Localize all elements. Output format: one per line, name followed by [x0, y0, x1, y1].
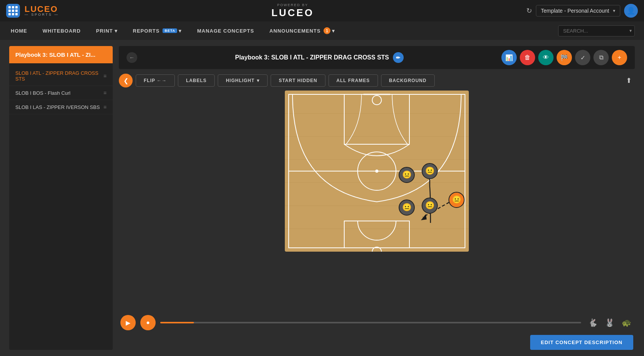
svg-text:😐: 😐: [402, 170, 412, 179]
top-bar: LUCEO — SPORTS — POWERED BY LUCEO ↻ Temp…: [0, 0, 644, 21]
concept-list: SLOB I ATL - ZIPPER DRAG CROSS STS ≡ SLO…: [9, 63, 113, 117]
copy-button[interactable]: ⧉: [593, 50, 609, 65]
svg-text:😐: 😐: [425, 201, 435, 210]
nav-manage-concepts[interactable]: MANAGE CONCEPTS: [196, 28, 256, 34]
eye-icon: 👁: [543, 54, 549, 61]
checkmark-icon: ✓: [580, 54, 585, 61]
prev-frame-button[interactable]: ❮: [119, 74, 133, 87]
edit-name-button[interactable]: ✏: [393, 52, 404, 63]
concept-item-label: SLOB I BOS - Flash Curl: [15, 90, 104, 96]
nav-home[interactable]: HOME: [9, 28, 29, 34]
chart-icon: 📊: [505, 54, 513, 61]
svg-text:😐: 😐: [452, 195, 462, 204]
progress-bar[interactable]: [160, 322, 581, 323]
right-area: ← Playbook 3: SLOB I ATL - ZIPPER DRAG C…: [119, 46, 635, 350]
speed-fast-icon[interactable]: 🐇: [586, 316, 600, 330]
reports-chevron-icon: ▾: [179, 28, 182, 34]
concept-item-label: SLOB I ATL - ZIPPER DRAG CROSS STS: [15, 70, 104, 82]
court-section: ❮ FLIP ←→ LABELS HIGHLIGHT ▾ START HIDDE…: [119, 74, 635, 330]
notif-badge: 1: [324, 27, 330, 34]
logo-text: LUCEO: [25, 5, 59, 13]
print-chevron-icon: ▾: [115, 28, 118, 34]
court-toolbar: ❮ FLIP ←→ LABELS HIGHLIGHT ▾ START HIDDE…: [119, 74, 635, 87]
copy-icon: ⧉: [599, 54, 603, 61]
highlight-label: HIGHLIGHT: [226, 78, 255, 83]
account-label: Template - Personal Account: [541, 8, 609, 14]
back-button[interactable]: ←: [127, 52, 137, 63]
speed-medium-icon[interactable]: 🐰: [603, 316, 616, 330]
playbook-title-bar[interactable]: Playbook 3: SLOB I ATL - ZI...: [9, 46, 113, 63]
pencil-icon: ✏: [396, 55, 400, 61]
court-svg: 😐 😐 😐 😐 😐: [285, 91, 469, 252]
step-button[interactable]: ●: [140, 315, 156, 330]
center-logo: POWERED BY LUCEO: [271, 3, 314, 19]
court-wrapper: 😐 😐 😐 😐 😐: [119, 91, 635, 312]
concept-item[interactable]: SLOB I ATL - ZIPPER DRAG CROSS STS ≡: [9, 66, 113, 86]
svg-point-10: [375, 170, 378, 173]
hamburger-icon[interactable]: ≡: [104, 73, 107, 79]
account-selector[interactable]: Template - Personal Account ▾: [536, 5, 620, 16]
background-button[interactable]: BACKGROUND: [381, 74, 435, 87]
svg-text:😐: 😐: [402, 203, 412, 212]
concept-item[interactable]: SLOB I BOS - Flash Curl ≡: [9, 86, 113, 100]
speed-slow-icon[interactable]: 🐢: [619, 316, 633, 330]
labels-button[interactable]: LABELS: [178, 74, 215, 87]
logo-sub: — SPORTS —: [25, 13, 59, 16]
step-icon: ●: [146, 319, 150, 326]
add-button[interactable]: +: [612, 50, 627, 65]
search-input[interactable]: [558, 25, 635, 36]
flag-icon: 🏁: [560, 54, 568, 61]
flip-button[interactable]: FLIP ←→: [136, 74, 175, 87]
header-actions: 📊 🗑 👁 🏁 ✓ ⧉ +: [501, 50, 627, 65]
chevron-down-icon: ▾: [613, 8, 615, 13]
highlight-button[interactable]: HIGHLIGHT ▾: [218, 74, 268, 87]
bottom-bar: EDIT CONCEPT DESCRIPTION: [119, 335, 635, 350]
beta-badge: BETA: [163, 28, 177, 33]
hamburger-icon[interactable]: ≡: [104, 104, 107, 110]
prev-icon: ❮: [123, 77, 128, 84]
upload-icon: ⬆: [626, 77, 632, 84]
svg-text:😐: 😐: [425, 166, 435, 175]
upload-button[interactable]: ⬆: [623, 74, 635, 87]
plus-icon: +: [618, 54, 621, 61]
nav-whiteboard[interactable]: WHITEBOARD: [41, 28, 82, 34]
nav-search: ▾: [558, 25, 635, 36]
play-button[interactable]: ▶: [120, 315, 136, 330]
edit-concept-description-button[interactable]: EDIT CONCEPT DESCRIPTION: [530, 335, 633, 350]
playbook-header: ← Playbook 3: SLOB I ATL - ZIPPER DRAG C…: [119, 46, 635, 69]
powered-by-label: POWERED BY: [277, 3, 308, 7]
nav-print[interactable]: PRINT ▾: [95, 28, 119, 34]
check-button[interactable]: ✓: [575, 50, 590, 65]
all-frames-button[interactable]: ALL FRAMES: [329, 74, 378, 87]
highlight-chevron-icon: ▾: [257, 78, 260, 83]
nav-announcements[interactable]: ANNOUNCEMENTS 1 ▾: [268, 27, 337, 34]
playbook-name: Playbook 3: SLOB I ATL - ZIPPER DRAG CRO…: [235, 52, 404, 63]
playbook-name-text: Playbook 3: SLOB I ATL - ZIPPER DRAG CRO…: [235, 54, 389, 61]
refresh-icon[interactable]: ↻: [526, 7, 532, 15]
hamburger-icon[interactable]: ≡: [104, 90, 107, 96]
top-right: ↻ Template - Personal Account ▾ 👤: [526, 4, 638, 18]
user-avatar[interactable]: 👤: [624, 4, 638, 18]
nav-reports[interactable]: REPORTS BETA ▾: [131, 28, 184, 34]
center-logo-text: LUCEO: [271, 7, 314, 19]
flag-button[interactable]: 🏁: [557, 50, 572, 65]
concept-item-label: SLOB I LAS - ZIPPER IVERSON SBS: [15, 104, 104, 110]
main-content: Playbook 3: SLOB I ATL - ZI... SLOB I AT…: [0, 40, 644, 356]
trash-icon: 🗑: [524, 54, 531, 61]
search-chevron-icon: ▾: [629, 28, 632, 33]
delete-button[interactable]: 🗑: [520, 50, 535, 65]
avatar-icon: 👤: [627, 7, 635, 15]
start-hidden-button[interactable]: START HIDDEN: [271, 74, 325, 87]
grid-menu-button[interactable]: [6, 4, 20, 18]
play-icon: ▶: [126, 319, 130, 326]
chart-button[interactable]: 📊: [501, 50, 517, 65]
announcements-chevron-icon: ▾: [332, 28, 335, 34]
playback-bar: ▶ ● 🐇 🐰 🐢: [119, 315, 635, 330]
concept-item[interactable]: SLOB I LAS - ZIPPER IVERSON SBS ≡: [9, 100, 113, 114]
logo: LUCEO — SPORTS —: [25, 5, 59, 16]
left-panel: Playbook 3: SLOB I ATL - ZI... SLOB I AT…: [9, 46, 113, 350]
top-center: POWERED BY LUCEO: [64, 3, 522, 19]
back-icon: ←: [129, 54, 135, 61]
view-button[interactable]: 👁: [538, 50, 554, 65]
nav-bar: HOME WHITEBOARD PRINT ▾ REPORTS BETA ▾ M…: [0, 21, 644, 40]
